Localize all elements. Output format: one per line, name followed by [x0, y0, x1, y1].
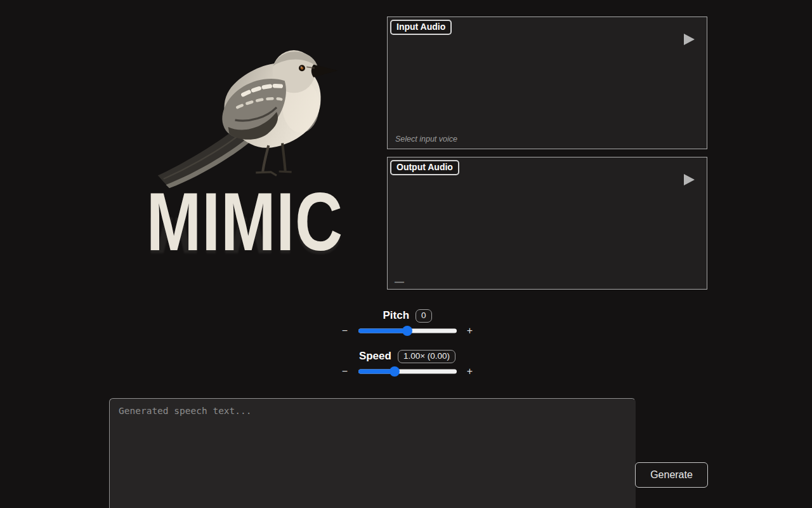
output-play-button[interactable]: [683, 173, 695, 186]
input-play-button[interactable]: [683, 33, 695, 46]
pitch-label: Pitch: [383, 309, 409, 322]
speed-value-badge: 1.00× (0.00): [398, 350, 455, 363]
output-audio-label: Output Audio: [390, 160, 459, 175]
brand-reflection: MIMIC: [147, 218, 343, 258]
play-icon: [683, 173, 695, 186]
speed-label: Speed: [359, 350, 391, 363]
pitch-slider-thumb[interactable]: [402, 326, 412, 336]
input-audio-label: Input Audio: [390, 20, 452, 35]
mockingbird-icon: [150, 24, 340, 192]
speed-control-group: Speed 1.00× (0.00) − +: [334, 349, 480, 377]
generate-button[interactable]: Generate: [635, 462, 708, 488]
pitch-decrease-button[interactable]: −: [340, 326, 350, 336]
play-icon: [683, 33, 695, 46]
speed-increase-button[interactable]: +: [465, 366, 475, 377]
app-logo: MIMIC MIMIC: [124, 24, 365, 299]
speech-text-input[interactable]: [109, 398, 636, 508]
pitch-slider[interactable]: [358, 325, 457, 336]
speed-decrease-button[interactable]: −: [340, 366, 350, 377]
output-audio-panel: Output Audio —: [387, 157, 707, 290]
speed-slider-thumb[interactable]: [390, 366, 400, 377]
output-status-dash: —: [395, 276, 404, 287]
input-audio-panel: Input Audio Select input voice: [387, 17, 707, 149]
pitch-control-group: Pitch 0 − +: [334, 309, 480, 336]
pitch-value-badge: 0: [416, 309, 432, 323]
pitch-slider-fill: [358, 328, 408, 333]
speed-slider[interactable]: [358, 366, 457, 377]
input-voice-hint: Select input voice: [395, 135, 457, 144]
pitch-increase-button[interactable]: +: [465, 326, 475, 336]
